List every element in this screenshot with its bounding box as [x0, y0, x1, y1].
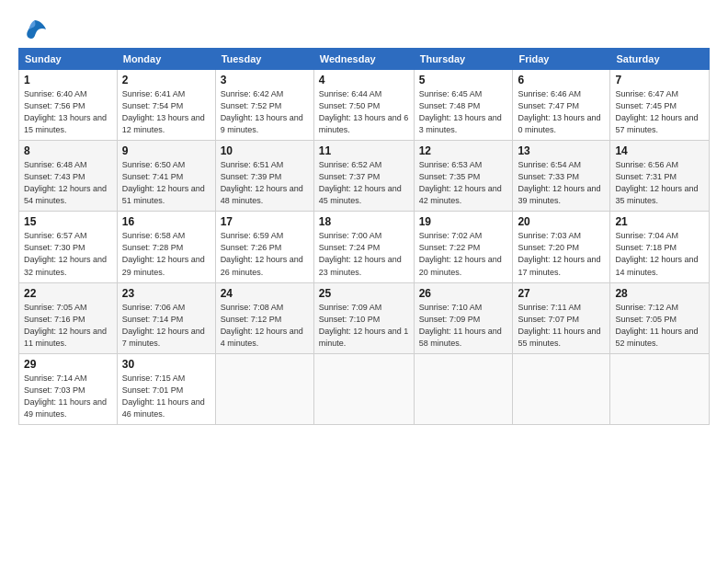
- day-number: 14: [615, 144, 704, 157]
- day-detail: Sunrise: 7:11 AMSunset: 7:07 PMDaylight:…: [518, 303, 600, 348]
- day-number: 6: [518, 74, 605, 86]
- table-row: [313, 353, 414, 424]
- day-number: 8: [24, 144, 112, 157]
- day-number: 20: [518, 215, 605, 228]
- calendar-table: Sunday Monday Tuesday Wednesday Thursday…: [18, 48, 710, 425]
- day-number: 15: [24, 215, 112, 228]
- day-number: 19: [419, 215, 508, 228]
- table-row: 14 Sunrise: 6:56 AMSunset: 7:31 PMDaylig…: [610, 141, 710, 212]
- day-number: 26: [419, 287, 508, 300]
- day-detail: Sunrise: 6:58 AMSunset: 7:28 PMDaylight:…: [122, 231, 205, 276]
- day-number: 11: [319, 144, 409, 157]
- table-row: 6 Sunrise: 6:46 AMSunset: 7:47 PMDayligh…: [513, 70, 610, 141]
- day-detail: Sunrise: 6:52 AMSunset: 7:37 PMDaylight:…: [319, 160, 402, 205]
- day-number: 10: [221, 144, 309, 157]
- day-number: 29: [24, 358, 112, 371]
- day-detail: Sunrise: 6:54 AMSunset: 7:33 PMDaylight:…: [518, 160, 600, 205]
- header-section: [18, 17, 710, 42]
- day-detail: Sunrise: 7:04 AMSunset: 7:18 PMDaylight:…: [615, 231, 698, 276]
- calendar-header-row: Sunday Monday Tuesday Wednesday Thursday…: [19, 49, 710, 70]
- table-row: 5 Sunrise: 6:45 AMSunset: 7:48 PMDayligh…: [414, 70, 513, 141]
- day-number: 27: [518, 287, 605, 300]
- day-number: 21: [615, 215, 704, 228]
- day-number: 3: [221, 74, 309, 86]
- day-number: 1: [24, 74, 112, 86]
- day-number: 18: [319, 215, 409, 228]
- table-row: 29 Sunrise: 7:14 AMSunset: 7:03 PMDaylig…: [19, 353, 118, 424]
- day-detail: Sunrise: 6:57 AMSunset: 7:30 PMDaylight:…: [24, 231, 107, 276]
- day-detail: Sunrise: 7:03 AMSunset: 7:20 PMDaylight:…: [518, 231, 600, 276]
- table-row: 8 Sunrise: 6:48 AMSunset: 7:43 PMDayligh…: [19, 141, 118, 212]
- col-wednesday: Wednesday: [313, 49, 414, 70]
- logo-bird-icon: [22, 17, 48, 42]
- day-detail: Sunrise: 7:00 AMSunset: 7:24 PMDaylight:…: [319, 231, 402, 276]
- day-number: 16: [122, 215, 210, 228]
- table-row: [414, 353, 513, 424]
- day-number: 24: [221, 287, 309, 300]
- day-number: 30: [122, 358, 210, 371]
- table-row: 30 Sunrise: 7:15 AMSunset: 7:01 PMDaylig…: [117, 353, 215, 424]
- col-monday: Monday: [117, 49, 215, 70]
- day-number: 28: [615, 287, 704, 300]
- day-number: 2: [122, 74, 210, 86]
- day-number: 22: [24, 287, 112, 300]
- day-detail: Sunrise: 6:56 AMSunset: 7:31 PMDaylight:…: [615, 160, 698, 205]
- day-detail: Sunrise: 7:14 AMSunset: 7:03 PMDaylight:…: [24, 373, 107, 419]
- day-number: 17: [221, 215, 309, 228]
- table-row: 18 Sunrise: 7:00 AMSunset: 7:24 PMDaylig…: [313, 212, 414, 282]
- day-detail: Sunrise: 7:10 AMSunset: 7:09 PMDaylight:…: [419, 303, 502, 348]
- table-row: 19 Sunrise: 7:02 AMSunset: 7:22 PMDaylig…: [414, 212, 513, 282]
- day-detail: Sunrise: 7:05 AMSunset: 7:16 PMDaylight:…: [24, 303, 107, 348]
- table-row: 27 Sunrise: 7:11 AMSunset: 7:07 PMDaylig…: [513, 282, 610, 353]
- table-row: 20 Sunrise: 7:03 AMSunset: 7:20 PMDaylig…: [513, 212, 610, 282]
- day-detail: Sunrise: 6:40 AMSunset: 7:56 PMDaylight:…: [24, 89, 107, 134]
- day-detail: Sunrise: 6:44 AMSunset: 7:50 PMDaylight:…: [319, 89, 409, 134]
- table-row: 2 Sunrise: 6:41 AMSunset: 7:54 PMDayligh…: [117, 70, 215, 141]
- day-detail: Sunrise: 7:06 AMSunset: 7:14 PMDaylight:…: [122, 303, 205, 348]
- day-number: 4: [319, 74, 409, 86]
- table-row: 17 Sunrise: 6:59 AMSunset: 7:26 PMDaylig…: [215, 212, 313, 282]
- table-row: 10 Sunrise: 6:51 AMSunset: 7:39 PMDaylig…: [215, 141, 313, 212]
- day-number: 9: [122, 144, 210, 157]
- col-thursday: Thursday: [414, 49, 513, 70]
- day-detail: Sunrise: 6:53 AMSunset: 7:35 PMDaylight:…: [419, 160, 502, 205]
- day-detail: Sunrise: 6:59 AMSunset: 7:26 PMDaylight:…: [221, 231, 303, 276]
- table-row: 24 Sunrise: 7:08 AMSunset: 7:12 PMDaylig…: [215, 282, 313, 353]
- day-number: 23: [122, 287, 210, 300]
- col-saturday: Saturday: [610, 49, 710, 70]
- logo: [18, 17, 48, 42]
- day-number: 12: [419, 144, 508, 157]
- day-number: 13: [518, 144, 605, 157]
- table-row: 11 Sunrise: 6:52 AMSunset: 7:37 PMDaylig…: [313, 141, 414, 212]
- day-detail: Sunrise: 6:51 AMSunset: 7:39 PMDaylight:…: [221, 160, 303, 205]
- day-detail: Sunrise: 6:48 AMSunset: 7:43 PMDaylight:…: [24, 160, 107, 205]
- table-row: 7 Sunrise: 6:47 AMSunset: 7:45 PMDayligh…: [610, 70, 710, 141]
- day-detail: Sunrise: 7:15 AMSunset: 7:01 PMDaylight:…: [122, 373, 205, 419]
- table-row: [513, 353, 610, 424]
- table-row: 16 Sunrise: 6:58 AMSunset: 7:28 PMDaylig…: [117, 212, 215, 282]
- table-row: 21 Sunrise: 7:04 AMSunset: 7:18 PMDaylig…: [610, 212, 710, 282]
- day-detail: Sunrise: 6:47 AMSunset: 7:45 PMDaylight:…: [615, 89, 698, 134]
- day-detail: Sunrise: 6:45 AMSunset: 7:48 PMDaylight:…: [419, 89, 502, 134]
- col-sunday: Sunday: [19, 49, 118, 70]
- col-friday: Friday: [513, 49, 610, 70]
- day-detail: Sunrise: 7:09 AMSunset: 7:10 PMDaylight:…: [319, 303, 409, 348]
- table-row: 12 Sunrise: 6:53 AMSunset: 7:35 PMDaylig…: [414, 141, 513, 212]
- table-row: 1 Sunrise: 6:40 AMSunset: 7:56 PMDayligh…: [19, 70, 118, 141]
- table-row: 15 Sunrise: 6:57 AMSunset: 7:30 PMDaylig…: [19, 212, 118, 282]
- table-row: 23 Sunrise: 7:06 AMSunset: 7:14 PMDaylig…: [117, 282, 215, 353]
- day-number: 5: [419, 74, 508, 86]
- day-detail: Sunrise: 7:08 AMSunset: 7:12 PMDaylight:…: [221, 303, 303, 348]
- day-detail: Sunrise: 6:41 AMSunset: 7:54 PMDaylight:…: [122, 89, 205, 134]
- day-detail: Sunrise: 6:50 AMSunset: 7:41 PMDaylight:…: [122, 160, 205, 205]
- page: Sunday Monday Tuesday Wednesday Thursday…: [0, 0, 728, 434]
- table-row: 28 Sunrise: 7:12 AMSunset: 7:05 PMDaylig…: [610, 282, 710, 353]
- day-detail: Sunrise: 7:12 AMSunset: 7:05 PMDaylight:…: [615, 303, 698, 348]
- col-tuesday: Tuesday: [215, 49, 313, 70]
- day-detail: Sunrise: 6:42 AMSunset: 7:52 PMDaylight:…: [221, 89, 303, 134]
- day-number: 7: [615, 74, 704, 86]
- day-detail: Sunrise: 6:46 AMSunset: 7:47 PMDaylight:…: [518, 89, 600, 134]
- table-row: 3 Sunrise: 6:42 AMSunset: 7:52 PMDayligh…: [215, 70, 313, 141]
- table-row: [610, 353, 710, 424]
- table-row: 13 Sunrise: 6:54 AMSunset: 7:33 PMDaylig…: [513, 141, 610, 212]
